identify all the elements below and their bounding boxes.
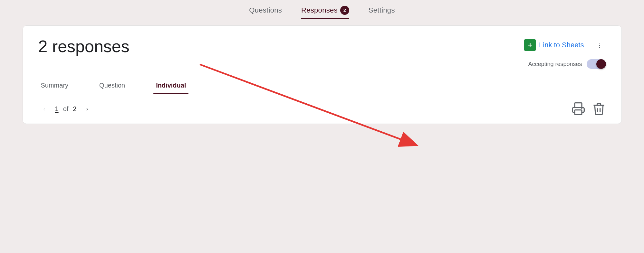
link-to-sheets-button[interactable]: ＋ Link to Sheets [520,37,588,53]
main-card: 2 responses ＋ Link to Sheets ⋮ [23,25,622,124]
next-page-button[interactable]: › [81,103,93,115]
tabs-divider [0,19,644,19]
header-right: ＋ Link to Sheets ⋮ Accepting responses [520,37,606,69]
svg-rect-1 [575,110,582,115]
tab-questions[interactable]: Questions [249,6,282,18]
card-footer: ‹ 1 of 2 › [23,94,621,124]
accepting-responses-label: Accepting responses [528,61,582,68]
toggle-thumb [596,59,606,69]
print-icon [571,102,585,116]
current-page-number: 1 [55,105,59,113]
delete-button[interactable] [592,102,606,116]
tab-settings[interactable]: Settings [369,6,395,18]
sub-tabs: Summary Question Individual [23,77,621,94]
prev-page-button[interactable]: ‹ [38,103,51,115]
sub-tab-question[interactable]: Question [97,77,128,94]
svg-point-2 [581,108,582,109]
card-header: 2 responses ＋ Link to Sheets ⋮ [23,26,621,77]
sub-tab-individual[interactable]: Individual [153,77,188,94]
more-options-button[interactable]: ⋮ [593,39,606,52]
main-tabs: Questions Responses 2 Settings [0,0,644,19]
footer-actions [571,102,606,116]
sheets-icon: ＋ [524,39,536,51]
header-actions: ＋ Link to Sheets ⋮ [520,37,606,53]
tab-responses[interactable]: Responses 2 [301,6,349,19]
pagination: ‹ 1 of 2 › [38,103,93,115]
accepting-responses-row: Accepting responses [528,59,606,69]
accepting-responses-toggle[interactable] [587,59,606,69]
page-of-label: of [63,105,69,113]
sub-tab-summary[interactable]: Summary [38,77,71,94]
response-count: 2 responses [38,37,130,56]
total-pages-number: 2 [73,105,76,113]
svg-rect-0 [575,103,582,108]
print-button[interactable] [571,102,585,116]
delete-icon [592,102,606,116]
